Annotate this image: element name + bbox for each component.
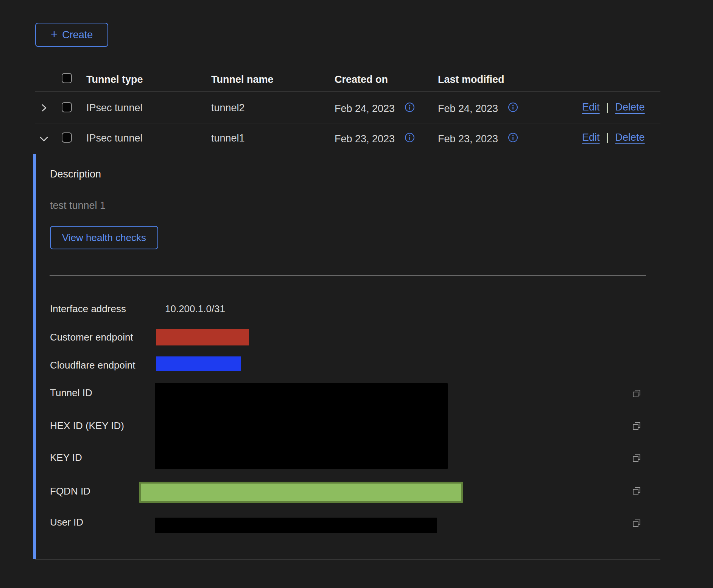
key-id-label: KEY ID	[50, 452, 82, 464]
info-icon[interactable]	[405, 102, 415, 115]
copy-user-id-icon[interactable]	[631, 518, 642, 529]
collapse-chevron-down-icon[interactable]	[37, 133, 51, 147]
row-actions: Edit | Delete	[582, 132, 645, 143]
edit-link[interactable]: Edit	[582, 132, 600, 143]
copy-tunnel-id-icon[interactable]	[631, 388, 642, 399]
tunnels-page: + Create Tunnel type Tunnel name Created…	[0, 0, 713, 588]
customer-endpoint-redacted-value	[156, 329, 249, 345]
tunnel-id-label: Tunnel ID	[50, 387, 92, 399]
copy-fqdn-id-icon[interactable]	[631, 485, 642, 496]
tunnel-id-redacted-value	[155, 383, 448, 469]
row-actions: Edit | Delete	[582, 101, 645, 113]
header-last-modified: Last modified	[438, 74, 504, 86]
actions-separator: |	[606, 101, 609, 113]
edit-link[interactable]: Edit	[582, 101, 600, 113]
detail-section-divider	[50, 275, 646, 275]
delete-link[interactable]: Delete	[615, 132, 645, 143]
fqdn-id-label: FQDN ID	[50, 485, 90, 497]
info-icon[interactable]	[508, 132, 518, 145]
interface-address-value: 10.200.1.0/31	[165, 303, 225, 315]
expand-chevron-right-icon[interactable]	[38, 102, 50, 116]
actions-separator: |	[606, 132, 609, 143]
created-on-cell: Feb 24, 2023	[335, 102, 415, 115]
tunnel-type-cell: IPsec tunnel	[86, 102, 143, 114]
created-on-value: Feb 23, 2023	[335, 133, 395, 145]
tunnel-type-cell: IPsec tunnel	[86, 132, 143, 144]
view-health-checks-button[interactable]: View health checks	[50, 226, 158, 249]
header-tunnel-type: Tunnel type	[86, 74, 143, 86]
info-icon[interactable]	[405, 132, 415, 145]
interface-address-label: Interface address	[50, 303, 126, 315]
expanded-row-bottom-divider	[35, 559, 660, 560]
last-modified-cell: Feb 24, 2023	[438, 102, 518, 115]
create-button[interactable]: + Create	[35, 23, 108, 47]
fqdn-id-redacted-value	[139, 482, 463, 503]
tunnel-name-cell: tunnel1	[211, 132, 245, 144]
row-divider	[35, 123, 660, 123]
row-checkbox[interactable]	[62, 102, 72, 112]
description-label: Description	[50, 168, 101, 180]
view-health-checks-label: View health checks	[62, 232, 146, 244]
expanded-row-accent-bar	[33, 154, 36, 559]
copy-key-id-icon[interactable]	[631, 453, 642, 464]
create-button-label: Create	[62, 29, 93, 41]
hex-id-label: HEX ID (KEY ID)	[50, 420, 124, 432]
info-icon[interactable]	[508, 102, 518, 115]
delete-link[interactable]: Delete	[615, 101, 645, 113]
last-modified-value: Feb 23, 2023	[438, 133, 498, 145]
customer-endpoint-label: Customer endpoint	[50, 331, 133, 343]
cloudflare-endpoint-label: Cloudflare endpoint	[50, 359, 135, 371]
description-value: test tunnel 1	[50, 200, 106, 212]
plus-icon: +	[51, 28, 58, 40]
created-on-cell: Feb 23, 2023	[335, 132, 415, 145]
last-modified-value: Feb 24, 2023	[438, 103, 498, 115]
copy-hex-id-icon[interactable]	[631, 420, 642, 432]
select-all-checkbox[interactable]	[62, 73, 72, 83]
created-on-value: Feb 24, 2023	[335, 103, 395, 115]
header-tunnel-name: Tunnel name	[211, 74, 274, 86]
header-created-on: Created on	[335, 74, 388, 86]
header-divider	[35, 91, 660, 92]
tunnel-name-cell: tunnel2	[211, 102, 245, 114]
user-id-label: User ID	[50, 516, 83, 528]
user-id-redacted-value	[155, 518, 437, 533]
row-checkbox[interactable]	[62, 132, 72, 143]
last-modified-cell: Feb 23, 2023	[438, 132, 518, 145]
cloudflare-endpoint-redacted-value	[156, 356, 241, 371]
